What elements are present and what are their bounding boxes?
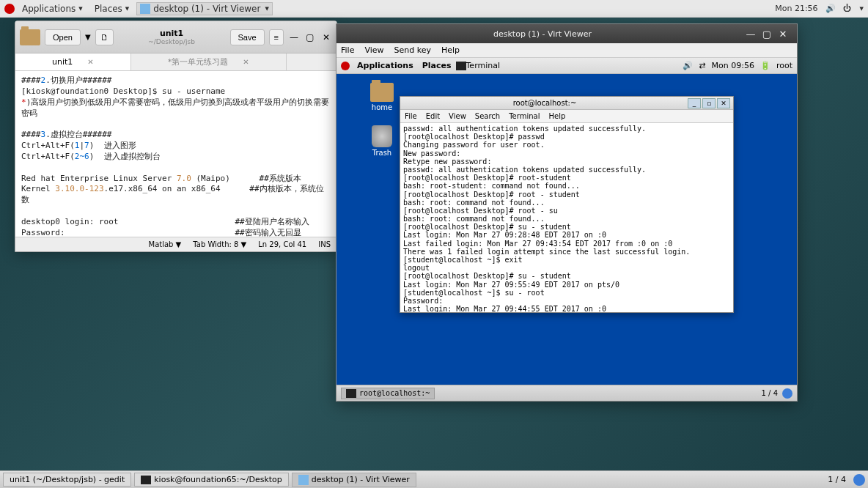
clock[interactable]: Mon 21:56 xyxy=(775,4,817,13)
volume-icon[interactable]: 🔊 xyxy=(683,61,693,70)
terminal-icon xyxy=(346,389,356,398)
close-button[interactable]: ✕ xyxy=(320,32,332,43)
host-top-panel: Applications▼ Places▼ desktop (1) - Virt… xyxy=(0,0,868,18)
menu-view[interactable]: View xyxy=(364,45,383,55)
minimize-button[interactable]: — xyxy=(288,32,300,43)
terminal-output[interactable]: passwd: all authentication tokens update… xyxy=(400,123,733,312)
minimize-button[interactable]: _ xyxy=(688,98,701,108)
tab-unit1[interactable]: unit1✕ xyxy=(15,53,131,70)
terminal-titlebar[interactable]: root@localhost:~ _ ▫ ✕ xyxy=(400,97,733,110)
menu-sendkey[interactable]: Send key xyxy=(394,45,431,55)
virt-titlebar[interactable]: desktop (1) - Virt Viewer — ▢ ✕ xyxy=(336,24,797,43)
close-button[interactable]: ✕ xyxy=(717,98,730,108)
menu-help[interactable]: Help xyxy=(441,45,460,55)
virt-viewer-window: desktop (1) - Virt Viewer — ▢ ✕ File Vie… xyxy=(336,23,798,402)
maximize-button[interactable]: ▢ xyxy=(759,29,775,40)
terminal-window: root@localhost:~ _ ▫ ✕ File Edit View Se… xyxy=(400,96,734,313)
tab-close-icon[interactable]: ✕ xyxy=(87,58,93,66)
hamburger-button[interactable]: ≡ xyxy=(269,29,284,45)
guest-places-menu[interactable]: Places xyxy=(418,59,456,72)
redhat-logo-icon xyxy=(4,4,15,14)
folder-icon xyxy=(370,83,394,102)
top-app-indicator[interactable]: desktop (1) - Virt Viewer▼ xyxy=(136,2,273,15)
volume-icon[interactable]: 🔊 xyxy=(825,4,836,13)
menu-terminal[interactable]: Terminal xyxy=(509,112,540,120)
close-button[interactable]: ✕ xyxy=(775,29,791,40)
guest-task-terminal[interactable]: root@localhost:~ xyxy=(341,388,435,399)
insert-mode: INS xyxy=(318,240,331,248)
task-virt-viewer[interactable]: desktop (1) - Virt Viewer xyxy=(292,473,416,487)
virt-title-text: desktop (1) - Virt Viewer xyxy=(342,29,743,39)
menu-edit[interactable]: Edit xyxy=(426,112,440,120)
gedit-title-area: unit1 ~/Desktop/jsb xyxy=(118,29,226,46)
gedit-statusbar: Matlab ▼ Tab Width: 8 ▼ Ln 29, Col 41 IN… xyxy=(15,237,336,251)
host-bottom-panel: unit1 (~/Desktop/jsb) - gedit kiosk@foun… xyxy=(0,470,868,488)
host-workspace-indicator[interactable]: 1 / 4 xyxy=(828,475,846,484)
show-desktop-icon[interactable] xyxy=(782,388,792,399)
guest-user[interactable]: root xyxy=(776,61,792,70)
guest-clock[interactable]: Mon 09:56 xyxy=(712,61,754,70)
virt-menubar: File View Send key Help xyxy=(336,43,797,58)
gedit-window: Open ▼ 🗋 unit1 ~/Desktop/jsb Save ≡ — ▢ … xyxy=(15,21,337,252)
open-button[interactable]: Open xyxy=(45,29,81,45)
new-doc-button[interactable]: 🗋 xyxy=(95,29,114,45)
desktop-home-icon[interactable]: home xyxy=(364,83,400,111)
redhat-logo-icon xyxy=(341,62,350,70)
topbar-left: Applications▼ Places▼ desktop (1) - Virt… xyxy=(4,2,273,15)
doc-path: ~/Desktop/jsb xyxy=(118,38,226,46)
terminal-icon xyxy=(141,476,151,484)
terminal-title-text: root@localhost:~ xyxy=(403,99,686,107)
guest-bottom-panel: root@localhost:~ 1 / 4 xyxy=(336,385,797,401)
guest-workspace-indicator[interactable]: 1 / 4 xyxy=(762,389,778,397)
doc-title: unit1 xyxy=(118,29,226,38)
gedit-text-area[interactable]: ####2.切换用户###### [kiosk@foundation0 Desk… xyxy=(15,71,336,237)
vm-icon xyxy=(140,4,150,14)
cursor-position: Ln 29, Col 41 xyxy=(258,240,306,248)
guest-desktop[interactable]: home Trash root@localhost:~ _ ▫ ✕ File E… xyxy=(336,74,797,385)
gedit-header: Open ▼ 🗋 unit1 ~/Desktop/jsb Save ≡ — ▢ … xyxy=(15,21,336,53)
battery-icon[interactable]: 🔋 xyxy=(760,61,770,70)
network-icon[interactable]: ⇄ xyxy=(699,61,705,70)
guest-top-panel: Applications Places Terminal 🔊 ⇄ Mon 09:… xyxy=(336,58,797,74)
menu-file[interactable]: File xyxy=(405,112,417,120)
folder-icon xyxy=(20,29,40,45)
tab-exercise[interactable]: *第一单元练习题✕ xyxy=(131,53,287,70)
desktop-trash-icon[interactable]: Trash xyxy=(364,125,400,157)
minimize-button[interactable]: — xyxy=(743,29,759,40)
applications-menu[interactable]: Applications▼ xyxy=(18,2,87,15)
trash-icon xyxy=(372,125,392,147)
guest-applications-menu[interactable]: Applications xyxy=(353,59,418,72)
menu-help[interactable]: Help xyxy=(548,112,565,120)
topbar-right: Mon 21:56 🔊 ⏻ ▼ xyxy=(775,4,864,13)
gedit-tabs: unit1✕ *第一单元练习题✕ xyxy=(15,53,336,71)
show-desktop-icon[interactable] xyxy=(853,474,865,486)
maximize-button[interactable]: ▢ xyxy=(304,32,316,43)
terminal-menubar: File Edit View Search Terminal Help xyxy=(400,110,733,123)
vm-icon xyxy=(298,475,309,485)
terminal-icon xyxy=(456,62,466,70)
task-terminal[interactable]: kiosk@foundation65:~/Desktop xyxy=(134,473,289,487)
power-icon[interactable]: ⏻ xyxy=(843,4,851,13)
maximize-button[interactable]: ▫ xyxy=(702,98,716,108)
menu-search[interactable]: Search xyxy=(475,112,500,120)
menu-view[interactable]: View xyxy=(449,112,466,120)
menu-file[interactable]: File xyxy=(341,45,354,55)
tab-width-selector[interactable]: Tab Width: 8 ▼ xyxy=(193,240,246,248)
save-button[interactable]: Save xyxy=(230,29,265,45)
guest-app-indicator[interactable]: Terminal xyxy=(466,61,501,70)
places-menu[interactable]: Places▼ xyxy=(90,2,134,15)
tab-close-icon[interactable]: ✕ xyxy=(243,58,249,66)
task-gedit[interactable]: unit1 (~/Desktop/jsb) - gedit xyxy=(3,473,131,487)
language-selector[interactable]: Matlab ▼ xyxy=(149,240,182,248)
